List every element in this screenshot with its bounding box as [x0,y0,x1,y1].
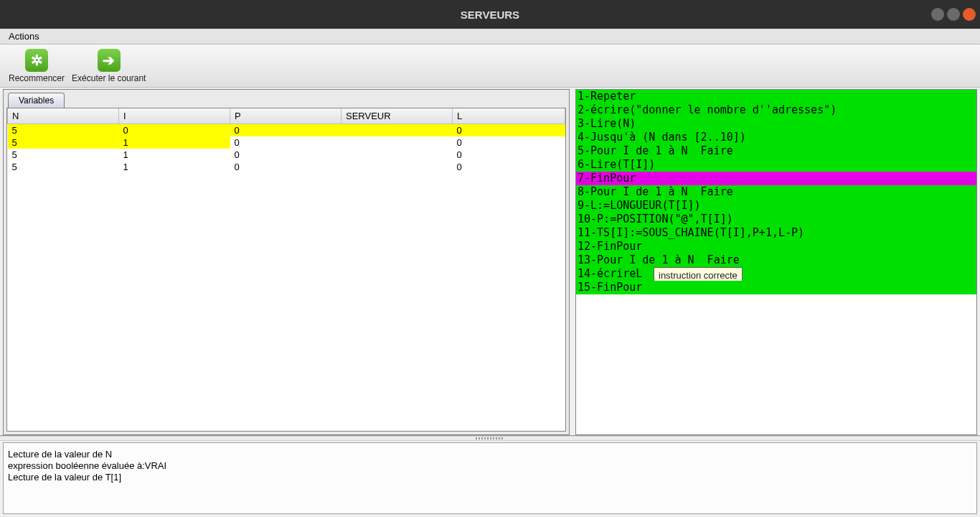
table-cell: 0 [453,124,565,137]
code-line[interactable]: 3-Lire(N) [576,117,976,131]
column-header-P[interactable]: P [230,108,341,124]
menu-actions[interactable]: Actions [4,29,44,43]
code-line[interactable]: 1-Repeter [576,90,976,103]
minimize-button[interactable] [931,8,944,21]
table-cell: 0 [230,149,341,161]
table-cell: 5 [8,149,119,161]
table-cell: 5 [8,124,119,137]
table-cell: 0 [230,124,341,137]
column-header-I[interactable]: I [119,108,230,124]
table-cell: 0 [453,149,565,161]
restart-icon: ✲ [25,49,48,72]
restart-label: Recommencer [9,73,65,83]
table-cell: 5 [8,136,119,149]
code-line[interactable]: 4-Jusqu'à (N dans [2..10]) [576,131,976,144]
code-line[interactable]: 6-Lire(T[I]) [576,158,976,172]
menubar: Actions [0,29,980,45]
table-cell: 1 [119,149,230,161]
titlebar: SERVEURS [0,0,980,29]
restart-button[interactable]: ✲ Recommencer [9,49,65,83]
table-cell: 5 [8,161,119,173]
run-current-button[interactable]: ➔ Exécuter le courant [72,49,146,83]
table-cell: 0 [453,161,565,173]
close-button[interactable] [963,8,976,21]
table-cell [341,136,453,149]
window-controls [931,8,976,21]
table-cell [341,149,453,161]
toolbar: ✲ Recommencer ➔ Exécuter le courant [0,45,980,88]
table-row[interactable]: 5100 [8,149,565,161]
console-output: Lecture de la valeur de Nexpression bool… [3,442,977,514]
main-split: Variables NIPSERVEURL 5000510051005100 1… [0,88,980,436]
table-row[interactable]: 5100 [8,161,565,173]
window-title: SERVEURS [461,9,519,21]
console-line: Lecture de la valeur de T[1] [8,472,972,483]
table-cell [341,161,453,173]
left-pane: Variables NIPSERVEURL 5000510051005100 [3,89,570,435]
table-cell: 0 [119,124,230,137]
run-current-label: Exécuter le courant [72,73,146,83]
code-line[interactable]: 10-P:=POSITION("@",T[I]) [576,213,976,226]
console-line: Lecture de la valeur de N [8,449,972,460]
table-row[interactable]: 5000 [8,124,565,137]
splitter-grip-icon [476,437,504,439]
column-header-L[interactable]: L [453,108,565,124]
code-line[interactable]: 5-Pour I de 1 à N Faire [576,144,976,158]
code-line[interactable]: 2-écrire("donner le nombre d''adresses") [576,103,976,117]
code-line[interactable]: 13-Pour I de 1 à N Faire [576,253,976,267]
tab-variables[interactable]: Variables [8,93,65,108]
code-line[interactable]: 9-L:=LONGUEUR(T[I]) [576,199,976,213]
code-line[interactable]: 12-FinPour [576,240,976,253]
maximize-button[interactable] [947,8,960,21]
code-line[interactable]: 11-TS[I]:=SOUS_CHAINE(T[I],P+1,L-P) [576,226,976,240]
code-area[interactable]: 1-Repeter2-écrire("donner le nombre d''a… [576,90,976,434]
variables-table: NIPSERVEURL 5000510051005100 [7,108,565,173]
table-cell: 1 [119,136,230,149]
table-cell: 1 [119,161,230,173]
right-pane: 1-Repeter2-écrire("donner le nombre d''a… [575,89,977,435]
arrow-right-icon: ➔ [98,49,121,72]
horizontal-splitter[interactable] [0,436,980,441]
table-cell: 0 [230,136,341,149]
table-row[interactable]: 5100 [8,136,565,149]
body-area: Variables NIPSERVEURL 5000510051005100 1… [0,88,980,517]
column-header-N[interactable]: N [8,108,119,124]
variables-table-wrap: NIPSERVEURL 5000510051005100 [6,108,566,432]
table-cell: 0 [230,161,341,173]
code-line[interactable]: 7-FinPour [576,172,976,185]
tab-row: Variables [4,90,569,108]
code-line[interactable]: 8-Pour I de 1 à N Faire [576,185,976,199]
console-line: expression booléenne évaluée à:VRAI [8,460,972,472]
table-cell [341,124,453,137]
column-header-SERVEUR[interactable]: SERVEUR [341,108,453,124]
code-line[interactable]: 15-FinPour [576,281,976,294]
code-line[interactable]: 14-écrireLinstruction correcte [576,267,976,281]
table-cell: 0 [453,136,565,149]
